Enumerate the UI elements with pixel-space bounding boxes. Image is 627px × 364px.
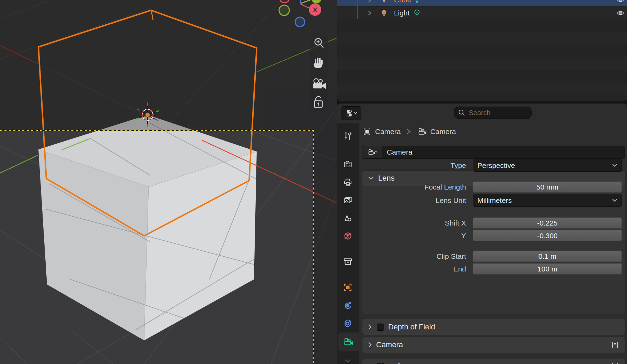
render-icon (342, 159, 353, 170)
output-printer-icon (342, 177, 353, 188)
axis-ball-negy[interactable] (279, 5, 289, 15)
tab-scene[interactable] (337, 210, 359, 226)
expand-chevron-icon[interactable] (367, 0, 372, 3)
lens-unit-dropdown[interactable]: Millimeters (473, 194, 622, 207)
outliner-indent-guide (357, 0, 358, 19)
clip-start-label: Clip Start (384, 251, 466, 262)
tab-collection[interactable] (337, 253, 359, 269)
safe-areas-header[interactable]: Safe Areas (362, 359, 625, 364)
breadcrumb: Camera Camera (362, 125, 456, 138)
lens-unit-label: Lens Unit (384, 195, 466, 206)
visibility-eye-icon[interactable] (616, 9, 625, 17)
blender-window: X (0, 0, 627, 364)
chevron-down-icon (355, 112, 357, 114)
tab-world[interactable] (337, 228, 359, 244)
expand-chevron-icon[interactable] (367, 10, 372, 16)
outliner-item-label: Cube (394, 0, 411, 4)
camera-icon (417, 126, 427, 137)
tab-object[interactable] (337, 279, 359, 295)
presets-icon[interactable] (611, 341, 619, 349)
safe-areas-panel: Safe Areas (362, 358, 626, 364)
tab-physics[interactable] (337, 297, 359, 313)
type-dropdown[interactable]: Perspective (473, 159, 622, 172)
search-box[interactable] (454, 107, 532, 119)
editor-type-button[interactable] (341, 106, 361, 120)
datablock-type-button[interactable] (362, 146, 382, 159)
viewport-canvas[interactable]: X (0, 0, 337, 364)
focal-length-slider[interactable]: 50 mm (473, 181, 622, 193)
axis-x-label: X (313, 6, 317, 14)
depth-of-field-header[interactable]: Depth of Field (362, 319, 625, 335)
object-properties-icon (342, 282, 353, 293)
properties-header (337, 104, 627, 123)
breadcrumb-data[interactable]: Camera (417, 126, 456, 137)
camera-icon (367, 148, 377, 157)
presets-icon[interactable] (611, 362, 619, 364)
breadcrumb-object-label: Camera (375, 128, 401, 136)
mesh-object-icon (380, 0, 388, 4)
camera-data-icon (342, 336, 353, 348)
outliner-row-cube[interactable]: Cube (337, 0, 627, 6)
safe-areas-title: Safe Areas (388, 362, 425, 364)
tab-view-layer[interactable] (337, 192, 359, 208)
properties-editor: Camera Camera (337, 104, 627, 364)
tabs-scroll-chevron-icon[interactable] (344, 359, 352, 363)
chevron-down-icon (612, 198, 617, 202)
breadcrumb-data-label: Camera (430, 128, 456, 136)
object-icon (362, 127, 372, 136)
constraints-icon (342, 318, 353, 329)
tab-output[interactable] (337, 174, 359, 191)
light-object-icon (380, 9, 388, 17)
world-icon (342, 231, 353, 241)
outliner-row-light[interactable]: Light (337, 7, 627, 19)
type-label: Type (384, 160, 466, 171)
search-input[interactable] (468, 109, 523, 117)
chevron-right-icon (368, 324, 372, 330)
datablock-name-field[interactable]: Camera (382, 146, 625, 159)
outliner-editor: Cube Light (337, 0, 627, 101)
visibility-eye-icon[interactable] (616, 0, 625, 4)
camera-panel-header[interactable]: Camera (362, 337, 625, 353)
clip-end-label: End (384, 263, 466, 275)
clip-end-slider[interactable]: 100 m (473, 263, 622, 275)
chevron-down-icon (612, 163, 617, 167)
tab-render[interactable] (337, 156, 359, 173)
datablock-row: Camera (362, 146, 625, 159)
camera-panel-title: Camera (376, 340, 403, 349)
camera-panel: Camera (362, 337, 626, 353)
depth-of-field-title: Depth of Field (388, 323, 435, 331)
chevron-down-icon (375, 151, 377, 152)
depth-of-field-panel: Depth of Field (362, 319, 626, 335)
properties-tab-column (337, 123, 359, 364)
scene-icon (342, 213, 353, 223)
depth-of-field-checkbox[interactable] (377, 324, 384, 331)
tab-tool[interactable] (337, 128, 359, 144)
shift-x-label: Shift X (384, 217, 466, 229)
shift-x-slider[interactable]: -0.225 (473, 217, 622, 229)
properties-editor-icon (345, 108, 358, 118)
properties-content: Camera Camera (359, 123, 627, 364)
view-layer-icon (342, 195, 353, 206)
light-data-icon (413, 9, 421, 17)
chevron-down-icon (368, 176, 374, 180)
tab-object-data[interactable] (337, 333, 359, 350)
object-origin-dot (145, 112, 150, 117)
safe-areas-checkbox[interactable] (377, 363, 384, 364)
breadcrumb-object[interactable]: Camera (362, 127, 401, 136)
physics-icon (342, 300, 353, 311)
outliner-item-label: Light (394, 9, 410, 17)
shift-y-slider[interactable]: -0.300 (473, 230, 622, 241)
focal-length-label: Focal Length (384, 181, 466, 193)
clip-start-slider[interactable]: 0.1 m (473, 251, 622, 262)
chevron-right-icon (368, 342, 372, 348)
collection-box-icon (342, 256, 353, 267)
viewport-tools (310, 33, 328, 114)
tool-icon (342, 131, 353, 142)
axis-ball-negz[interactable] (295, 17, 305, 27)
tab-constraints[interactable] (337, 315, 359, 331)
mesh-data-icon (413, 0, 421, 4)
search-icon (458, 109, 465, 117)
breadcrumb-chevron-icon (406, 129, 411, 135)
right-panel-area: Cube Light (337, 0, 627, 364)
shift-y-label: Y (384, 230, 466, 241)
